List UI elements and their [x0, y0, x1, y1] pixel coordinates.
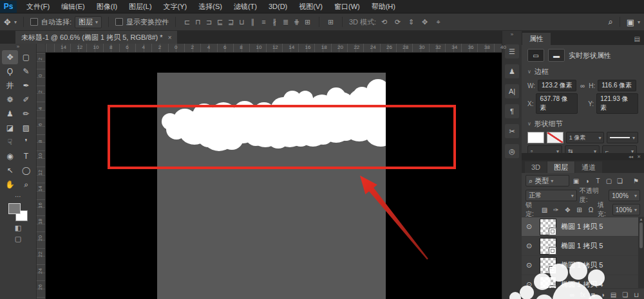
mixer-brush-tool[interactable]: ✏ — [18, 107, 34, 121]
dock-control-icon[interactable]: ◂◂ — [629, 154, 633, 159]
align-icon[interactable]: ∦ — [270, 18, 279, 26]
layer-thumbnail[interactable] — [540, 257, 556, 274]
layer-filter-dropdown[interactable]: ⌕ 类型 ▾ — [526, 175, 569, 186]
align-icon[interactable]: ≣ — [281, 18, 290, 26]
layers-scrollbar[interactable]: ▲ — [638, 217, 644, 288]
align-icon[interactable]: ≡ — [259, 18, 269, 26]
align-icon[interactable]: ⊞ — [303, 18, 312, 26]
gradient-tool[interactable]: ▨ — [18, 121, 34, 135]
stroke-style-dropdown[interactable]: ▾ — [607, 132, 638, 143]
ruler-origin-corner[interactable] — [37, 44, 46, 52]
height-field[interactable]: 116.6 像素 — [598, 80, 636, 91]
chevron-down-icon[interactable]: ∨ — [527, 121, 531, 127]
tool-preset-caret-icon[interactable]: ▾ — [14, 19, 17, 25]
close-icon[interactable]: × — [168, 34, 172, 41]
live-shape-icon[interactable]: ▭ — [527, 49, 544, 62]
tool-presets-panel-icon[interactable]: ✂ — [505, 124, 519, 138]
link-dimensions-icon[interactable]: ∞ — [580, 82, 585, 89]
layer-row[interactable]: ⊙椭圆 1 拷贝 5 — [522, 217, 644, 237]
tab-图层[interactable]: 图层 — [547, 161, 574, 173]
lock-artboard-icon[interactable]: ⊞ — [575, 206, 583, 213]
menu-item[interactable]: 图像(I) — [91, 1, 123, 13]
mode-3d-icon[interactable]: ⇕ — [406, 18, 416, 26]
document-tab[interactable]: 未标题-1 @ 60.6% (椭圆 1 拷贝 5, RGB/8#) * × — [15, 31, 177, 44]
smudge-tool[interactable]: ☟ — [2, 135, 18, 149]
brush-tool[interactable]: ✐ — [18, 93, 34, 107]
character-panel-icon[interactable]: A| — [505, 84, 519, 98]
paragraph-panel-icon[interactable]: ¶ — [505, 104, 519, 118]
layer-effects-icon[interactable]: fx — [580, 291, 585, 298]
menu-item[interactable]: 选择(S) — [193, 1, 228, 13]
pixel-filter-icon[interactable]: ▣ — [572, 177, 580, 185]
layer-group-icon[interactable]: ▤ — [611, 291, 616, 298]
workspace-icon[interactable]: ▣ — [627, 17, 634, 27]
toolbar-collapse-icon[interactable]: » — [17, 44, 19, 50]
chevron-down-icon[interactable]: ▾ — [638, 19, 640, 25]
scrollbar-thumb[interactable] — [639, 222, 643, 248]
menu-item[interactable]: 视图(V) — [293, 1, 328, 13]
stroke-width-dropdown[interactable]: 1 像素 ▾ — [566, 132, 605, 143]
menu-item[interactable]: 帮助(H) — [366, 1, 401, 13]
type-filter-icon[interactable]: T — [594, 177, 602, 185]
align-icon[interactable]: ⊑ — [215, 18, 225, 26]
quick-selection-tool[interactable]: ✎ — [18, 64, 34, 78]
color-swatches[interactable] — [8, 203, 28, 221]
fill-dropdown[interactable]: 100% ▾ — [612, 204, 640, 215]
healing-brush-tool[interactable]: ❁ — [2, 93, 18, 107]
new-layer-icon[interactable]: ❏ — [622, 291, 628, 298]
mode-3d-icon[interactable]: ⌖ — [433, 18, 443, 26]
layer-row[interactable]: ⊙椭圆 1 拷贝 4 — [522, 275, 644, 288]
menu-item[interactable]: 文件(F) — [21, 1, 55, 13]
more-tools-icon[interactable]: ⋯ — [15, 193, 21, 200]
align-icon[interactable]: ⊔ — [237, 18, 247, 26]
shape-option-dropdown[interactable]: ⌐▾ — [602, 145, 637, 153]
y-field[interactable]: 121.93 像素 — [596, 93, 638, 114]
lock-position-icon[interactable]: ✥ — [564, 206, 572, 213]
distribute-grid-icon[interactable]: ⊞ — [326, 18, 336, 26]
hand-tool[interactable]: ✋ — [2, 177, 18, 192]
align-icon[interactable]: ⊓ — [193, 18, 203, 26]
adjustment-filter-icon[interactable]: ◑ — [583, 177, 591, 185]
align-icon[interactable]: ⊏ — [182, 18, 192, 26]
menu-item[interactable]: 窗口(W) — [328, 1, 366, 13]
clone-stamp-tool[interactable]: ♟ — [2, 107, 18, 121]
lock-all-icon[interactable]: Ω — [587, 206, 595, 213]
adjustment-layer-icon[interactable]: ◑ — [601, 291, 605, 298]
menu-item[interactable]: 3D(D) — [263, 1, 293, 13]
align-icon[interactable]: ⋕ — [292, 18, 301, 26]
layer-row[interactable]: ⊙椭圆 1 拷贝 5 — [522, 237, 644, 256]
layer-row[interactable]: ⊙椭圆 1 拷贝 5 — [522, 256, 644, 275]
vertical-ruler[interactable]: 202468101214161820222426 — [37, 53, 46, 299]
creative-cloud-icon[interactable]: ◎ — [505, 144, 519, 158]
lock-pixels-icon[interactable]: ✑ — [552, 206, 560, 213]
delete-layer-icon[interactable]: ⊔ — [634, 291, 639, 298]
eyedropper-tool[interactable]: ✒ — [18, 78, 34, 93]
zoom-tool[interactable]: ⌕ — [18, 177, 34, 192]
tab-通道[interactable]: 通道 — [575, 161, 602, 173]
menu-item[interactable]: 文字(Y) — [158, 1, 193, 13]
blend-mode-dropdown[interactable]: 正常 ▾ — [526, 190, 577, 201]
mode-3d-icon[interactable]: ✥ — [420, 18, 430, 26]
shape-tool[interactable]: ◯ — [18, 163, 34, 177]
align-icon[interactable]: ∥ — [248, 18, 258, 26]
screen-mode-button[interactable]: ▢ — [15, 235, 21, 243]
auto-select-dropdown[interactable]: 图层 ▾ — [75, 16, 102, 28]
crop-tool[interactable]: 井 — [2, 78, 18, 93]
layer-thumbnail[interactable] — [540, 219, 556, 235]
menu-item[interactable]: 编辑(E) — [55, 1, 91, 13]
link-layers-icon[interactable]: ∞ — [570, 291, 574, 298]
layer-visibility-icon[interactable]: ⊙ — [526, 242, 535, 250]
stroke-color-swatch[interactable] — [547, 132, 564, 143]
fill-color-swatch[interactable] — [527, 132, 544, 143]
layer-visibility-icon[interactable]: ⊙ — [526, 280, 535, 288]
masked-shape-icon[interactable]: ▬ — [548, 49, 565, 62]
blur-tool[interactable]: ❜ — [18, 135, 34, 149]
path-select-tool[interactable]: ↖ — [2, 163, 18, 177]
strip-collapse-icon[interactable]: » — [511, 31, 513, 39]
panel-menu-icon[interactable]: ▤ — [634, 35, 640, 42]
shape-option-dropdown[interactable]: ⇆▾ — [565, 145, 600, 153]
scroll-up-icon[interactable]: ▲ — [639, 217, 643, 221]
align-icon[interactable]: ⊐ — [204, 18, 214, 26]
layer-visibility-icon[interactable]: ⊙ — [526, 261, 535, 269]
lasso-tool[interactable]: Ϙ — [2, 64, 18, 78]
